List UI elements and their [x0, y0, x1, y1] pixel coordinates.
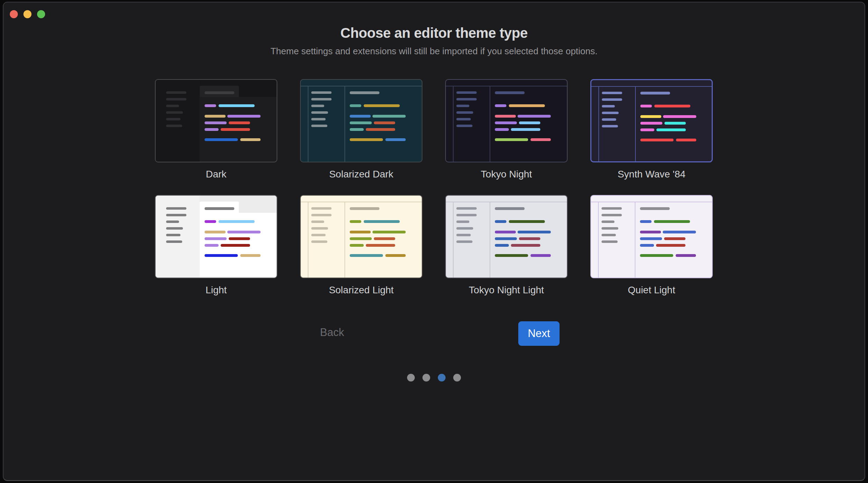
preview-line — [229, 237, 250, 240]
preview-line — [602, 240, 618, 243]
preview-line — [350, 231, 371, 233]
preview-line — [495, 237, 517, 240]
theme-card-dark[interactable]: Dark — [155, 79, 277, 181]
preview-line — [308, 202, 308, 278]
preview-line — [511, 128, 540, 131]
traffic-light-minimize-button[interactable] — [23, 10, 31, 18]
preview-line — [446, 202, 568, 202]
preview-line — [374, 121, 395, 124]
preview-line — [372, 231, 406, 233]
preview-line — [602, 118, 616, 121]
preview-line — [456, 111, 473, 114]
preview-line — [640, 244, 654, 247]
preview-line — [490, 202, 490, 278]
preview-line — [308, 86, 308, 162]
preview-line — [385, 254, 406, 257]
theme-label: Tokyo Night Light — [469, 284, 544, 296]
preview-line — [495, 121, 517, 124]
preview-line — [664, 122, 686, 125]
preview-line — [311, 105, 324, 107]
theme-card-light[interactable]: Light — [155, 195, 277, 296]
preview-line — [166, 220, 179, 223]
preview-line — [453, 86, 454, 162]
preview-line — [518, 115, 551, 118]
preview-line — [495, 138, 528, 141]
preview-line — [490, 86, 490, 162]
preview-line — [640, 128, 654, 131]
preview-line — [166, 118, 180, 120]
theme-card-solarized-light[interactable]: Solarized Light — [300, 195, 422, 296]
preview-line — [598, 202, 599, 278]
pagination-dot-3-active[interactable] — [438, 374, 446, 382]
preview-line — [311, 240, 327, 243]
preview-line — [591, 86, 713, 87]
preview-line — [456, 98, 477, 100]
preview-line — [374, 237, 395, 240]
preview-line — [350, 121, 372, 124]
preview-line — [219, 104, 255, 107]
back-button[interactable]: Back — [320, 326, 344, 339]
preview-line — [635, 86, 636, 162]
preview-line — [350, 254, 383, 257]
next-button[interactable]: Next — [518, 321, 560, 346]
preview-line — [640, 115, 661, 118]
preview-line — [205, 207, 234, 210]
preview-line — [519, 237, 540, 240]
theme-preview — [155, 195, 277, 278]
pagination-dot-1[interactable] — [407, 374, 415, 382]
preview-line — [301, 202, 422, 202]
traffic-light-maximize-button[interactable] — [37, 10, 45, 18]
preview-line — [598, 86, 599, 162]
preview-line — [364, 104, 400, 107]
preview-line — [221, 244, 250, 247]
preview-line — [227, 115, 261, 118]
preview-line — [166, 207, 186, 210]
theme-card-tokyo-night-light[interactable]: Tokyo Night Light — [445, 195, 568, 296]
preview-line — [205, 231, 226, 233]
preview-line — [591, 202, 713, 202]
theme-label: Solarized Light — [329, 284, 393, 296]
preview-line — [640, 207, 670, 210]
preview-line — [602, 125, 618, 127]
theme-card-quiet-light[interactable]: Quiet Light — [590, 195, 713, 296]
preview-line — [350, 128, 364, 131]
preview-line — [656, 244, 685, 247]
preview-line — [495, 104, 506, 107]
preview-line — [456, 125, 472, 127]
preview-line — [635, 202, 635, 278]
preview-line — [205, 104, 216, 107]
preview-line — [205, 115, 226, 118]
preview-line — [640, 139, 674, 141]
traffic-light-close-button[interactable] — [10, 10, 18, 18]
preview-line — [495, 220, 506, 223]
theme-card-tokyo-night[interactable]: Tokyo Night — [445, 79, 568, 181]
preview-line — [221, 128, 250, 131]
preview-line — [205, 244, 219, 247]
page-title: Choose an editor theme type — [0, 25, 868, 41]
preview-line — [227, 231, 261, 233]
preview-line — [456, 91, 477, 94]
preview-line — [602, 227, 618, 230]
preview-line — [166, 98, 186, 100]
theme-label: Dark — [206, 168, 226, 181]
preview-line — [602, 98, 622, 101]
preview-line — [350, 104, 361, 107]
pagination-dot-2[interactable] — [422, 374, 430, 382]
preview-line — [602, 214, 622, 216]
preview-line — [166, 227, 183, 230]
preview-line — [350, 138, 383, 141]
pagination-dot-4[interactable] — [453, 374, 461, 382]
preview-line — [509, 104, 545, 107]
preview-line — [602, 207, 622, 210]
preview-line — [602, 234, 616, 236]
preview-line — [311, 111, 328, 114]
theme-card-synth-wave-84[interactable]: Synth Wave '84 — [590, 79, 713, 181]
preview-line — [311, 125, 327, 127]
preview-line — [456, 240, 472, 243]
theme-label: Synth Wave '84 — [618, 168, 685, 181]
theme-card-solarized-dark[interactable]: Solarized Dark — [300, 79, 422, 181]
preview-line — [166, 91, 186, 94]
preview-line — [495, 231, 516, 233]
preview-line — [311, 118, 326, 120]
theme-preview — [300, 195, 422, 278]
